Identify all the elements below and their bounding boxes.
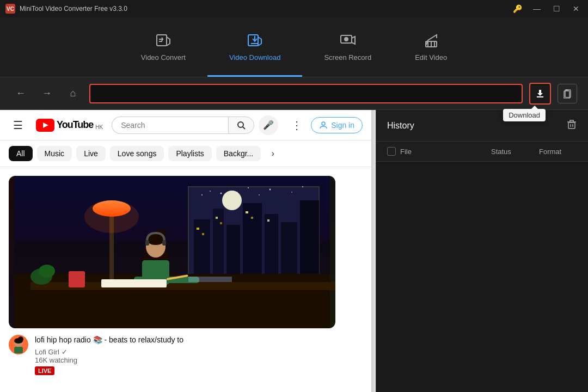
youtube-search-input[interactable]: [112, 117, 228, 134]
history-header: History: [376, 110, 588, 142]
video-title: lofi hip hop radio 📚 - beats to relax/st…: [35, 335, 183, 346]
svg-rect-33: [267, 219, 270, 222]
video-meta: lofi hip hop radio 📚 - beats to relax/st…: [9, 335, 335, 375]
youtube-signin-label: Sign in: [331, 121, 354, 130]
svg-point-53: [39, 265, 55, 278]
svg-point-58: [237, 192, 238, 193]
tab-video-convert[interactable]: Video Convert: [119, 17, 207, 77]
history-delete-button[interactable]: [566, 119, 577, 132]
svg-point-14: [238, 122, 243, 127]
svg-point-3: [345, 38, 348, 41]
svg-rect-54: [188, 277, 232, 282]
svg-rect-29: [216, 217, 218, 219]
app-logo: VC: [5, 4, 15, 14]
download-button[interactable]: [529, 83, 551, 105]
svg-rect-68: [14, 347, 23, 353]
youtube-signin-button[interactable]: Sign in: [311, 117, 363, 133]
video-card: lofi hip hop radio 📚 - beats to relax/st…: [9, 176, 335, 375]
svg-point-63: [302, 186, 303, 187]
chip-music[interactable]: Music: [37, 146, 72, 161]
svg-rect-21: [213, 209, 224, 285]
chip-playlists[interactable]: Playlists: [168, 146, 211, 161]
tab-edit-video[interactable]: Edit Video: [393, 17, 469, 77]
history-empty-area: [376, 162, 588, 392]
close-button[interactable]: ✕: [569, 2, 583, 15]
svg-point-62: [291, 192, 292, 193]
svg-point-60: [259, 194, 260, 195]
chip-love-songs[interactable]: Love songs: [110, 146, 164, 161]
history-panel: History File Status Format: [376, 110, 588, 392]
verified-icon: ✓: [62, 348, 68, 356]
title-bar-controls: 🔑 — ☐ ✕: [511, 2, 583, 15]
svg-rect-23: [243, 203, 262, 285]
youtube-menu-button[interactable]: ☰: [9, 114, 27, 136]
svg-rect-45: [145, 240, 149, 246]
svg-point-67: [18, 336, 23, 342]
svg-point-59: [248, 187, 249, 188]
channel-avatar[interactable]: [9, 335, 28, 354]
youtube-logo-text: YouTube: [57, 119, 93, 131]
youtube-header: ☰ YouTube HK 🎤 ⋮: [0, 110, 371, 140]
view-count: 16K watching: [35, 356, 183, 364]
youtube-chips: All Music Live Love songs Playlists Back…: [0, 140, 371, 167]
history-file-col: File: [400, 148, 487, 156]
youtube-content: lofi hip hop radio 📚 - beats to relax/st…: [0, 167, 371, 392]
nav-tabs: Video Convert Video Download Screen Reco…: [0, 17, 588, 77]
svg-rect-11: [566, 89, 568, 91]
video-thumbnail[interactable]: [9, 176, 335, 328]
minimize-button[interactable]: —: [530, 2, 543, 15]
svg-point-55: [201, 194, 203, 195]
svg-rect-26: [300, 200, 319, 285]
browser-area: ☰ YouTube HK 🎤 ⋮: [0, 110, 371, 392]
history-table-header: File Status Format: [376, 142, 588, 162]
paste-button[interactable]: [558, 84, 577, 103]
svg-rect-69: [568, 122, 575, 128]
toolbar: ← → ⌂ https://youtu.be/THLibElyRis Downl…: [0, 77, 588, 110]
svg-rect-27: [197, 228, 199, 230]
history-select-all-checkbox[interactable]: [387, 147, 396, 156]
svg-point-56: [210, 191, 211, 192]
history-status-col: Status: [491, 148, 535, 156]
chip-all[interactable]: All: [9, 146, 33, 161]
channel-info: Lofi Girl ✓: [35, 348, 183, 356]
svg-rect-51: [69, 271, 85, 287]
home-button[interactable]: ⌂: [63, 84, 83, 103]
channel-name[interactable]: Lofi Girl: [35, 348, 59, 356]
history-title: History: [387, 121, 414, 131]
youtube-country: HK: [95, 124, 103, 130]
key-button[interactable]: 🔑: [511, 2, 524, 15]
video-info: lofi hip hop radio 📚 - beats to relax/st…: [35, 335, 183, 375]
svg-rect-28: [202, 233, 204, 235]
url-input[interactable]: https://youtu.be/THLibElyRis: [89, 84, 523, 103]
youtube-mic-button[interactable]: 🎤: [259, 115, 278, 135]
forward-button[interactable]: →: [37, 84, 57, 103]
youtube-search-button[interactable]: [228, 117, 254, 134]
main-content: ☰ YouTube HK 🎤 ⋮: [0, 110, 588, 392]
title-bar-left: VC MiniTool Video Converter Free v3.3.0: [5, 4, 127, 14]
back-button[interactable]: ←: [11, 84, 30, 103]
history-format-col: Format: [539, 148, 577, 156]
title-text: MiniTool Video Converter Free v3.3.0: [20, 5, 127, 13]
svg-rect-31: [246, 211, 248, 213]
svg-rect-32: [251, 217, 253, 219]
svg-point-61: [270, 189, 271, 191]
tab-screen-record[interactable]: Screen Record: [302, 17, 393, 77]
tab-video-download[interactable]: Video Download: [207, 17, 302, 77]
chip-live[interactable]: Live: [76, 146, 106, 161]
svg-rect-49: [101, 279, 167, 287]
youtube-search-area: 🎤: [112, 115, 278, 135]
download-tooltip: Download: [503, 109, 546, 121]
chips-arrow-button[interactable]: ›: [265, 146, 280, 161]
scrollbar[interactable]: [371, 110, 376, 392]
svg-line-15: [243, 127, 245, 129]
svg-point-16: [322, 122, 325, 125]
maximize-button[interactable]: ☐: [550, 2, 563, 15]
youtube-more-button[interactable]: ⋮: [287, 117, 307, 134]
live-badge: LIVE: [35, 366, 54, 375]
svg-rect-8: [537, 96, 543, 97]
chip-backgr[interactable]: Backgr...: [216, 146, 261, 161]
youtube-logo: YouTube HK: [36, 119, 103, 132]
svg-rect-30: [220, 222, 222, 224]
youtube-header-right: ⋮ Sign in: [287, 117, 363, 134]
youtube-logo-icon: [36, 119, 54, 132]
